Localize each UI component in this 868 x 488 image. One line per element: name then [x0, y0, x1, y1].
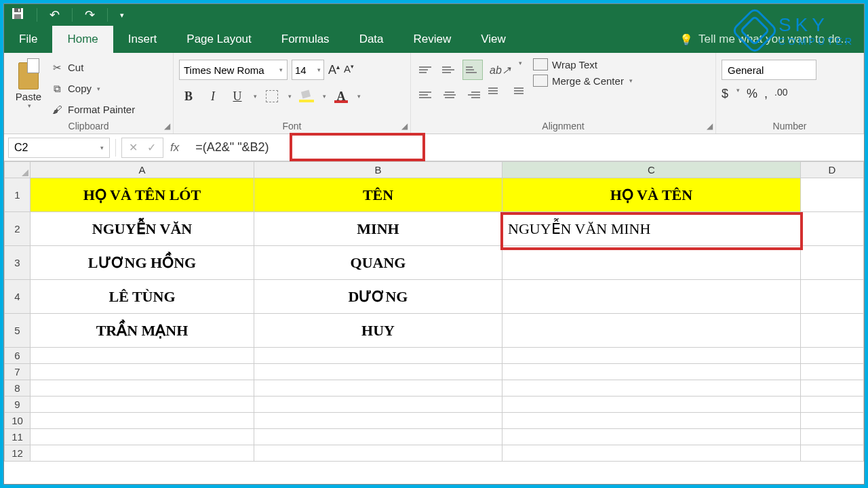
- cell[interactable]: [502, 429, 801, 445]
- tab-data[interactable]: Data: [344, 26, 399, 53]
- cell[interactable]: [502, 348, 801, 364]
- cell[interactable]: HỌ VÀ TÊN LÓT: [31, 178, 254, 212]
- decrease-indent-icon[interactable]: [486, 85, 505, 104]
- tab-home[interactable]: Home: [52, 26, 113, 53]
- select-all-corner[interactable]: [5, 162, 31, 178]
- row-header[interactable]: 9: [5, 396, 31, 413]
- dialog-launcher-icon[interactable]: ◢: [164, 121, 170, 131]
- grow-font-icon[interactable]: A▴: [328, 63, 340, 77]
- cell[interactable]: [254, 348, 502, 364]
- cell[interactable]: [502, 246, 801, 280]
- percent-button[interactable]: %: [747, 87, 757, 101]
- col-header-b[interactable]: B: [254, 162, 502, 178]
- align-right-icon[interactable]: [462, 85, 483, 105]
- font-size-select[interactable]: 14▾: [292, 60, 324, 80]
- cell[interactable]: [801, 413, 864, 429]
- comma-button[interactable]: ,: [764, 87, 768, 101]
- bold-button[interactable]: B: [179, 87, 198, 106]
- cell[interactable]: [31, 413, 254, 429]
- cell[interactable]: HỌ VÀ TÊN: [502, 178, 801, 212]
- cell[interactable]: [502, 396, 801, 413]
- cell[interactable]: DƯƠNG: [254, 280, 502, 314]
- cell[interactable]: [254, 380, 502, 396]
- cell[interactable]: QUANG: [254, 246, 502, 280]
- enter-icon[interactable]: ✓: [147, 141, 156, 154]
- cell[interactable]: HUY: [254, 314, 502, 348]
- row-header[interactable]: 2: [5, 212, 31, 246]
- increase-indent-icon[interactable]: [507, 85, 526, 104]
- cell[interactable]: [801, 396, 864, 413]
- cell[interactable]: [801, 429, 864, 445]
- align-center-icon[interactable]: [439, 85, 460, 105]
- row-header[interactable]: 5: [5, 314, 31, 348]
- cell[interactable]: TRẦN MẠNH: [31, 314, 254, 348]
- row-header[interactable]: 10: [5, 413, 31, 429]
- cell[interactable]: [502, 314, 801, 348]
- border-button[interactable]: [262, 87, 281, 106]
- name-box[interactable]: C2▾: [8, 138, 110, 158]
- cell[interactable]: [31, 429, 254, 445]
- cell[interactable]: [502, 445, 801, 462]
- wrap-text-button[interactable]: Wrap Text: [533, 58, 633, 70]
- cell[interactable]: [801, 212, 864, 246]
- chevron-down-icon[interactable]: ▾: [323, 93, 326, 100]
- cell[interactable]: [502, 280, 801, 314]
- cell[interactable]: [31, 445, 254, 462]
- dialog-launcher-icon[interactable]: ◢: [401, 121, 408, 131]
- row-header[interactable]: 8: [5, 380, 31, 396]
- cell[interactable]: [801, 364, 864, 380]
- cell[interactable]: LÊ TÙNG: [31, 280, 254, 314]
- cell[interactable]: [31, 396, 254, 413]
- underline-button[interactable]: U: [228, 87, 247, 106]
- row-header[interactable]: 7: [5, 364, 31, 380]
- cell[interactable]: [254, 429, 502, 445]
- copy-button[interactable]: ⧉Copy▾: [50, 79, 135, 98]
- cell[interactable]: [801, 445, 864, 462]
- fx-icon[interactable]: fx: [170, 141, 179, 155]
- increase-decimal-button[interactable]: .00: [774, 87, 787, 101]
- cell[interactable]: MINH: [254, 212, 502, 246]
- chevron-down-icon[interactable]: ▾: [357, 93, 361, 100]
- chevron-down-icon[interactable]: ▾: [736, 87, 740, 101]
- merge-center-button[interactable]: Merge & Center▾: [533, 75, 633, 87]
- tab-review[interactable]: Review: [399, 26, 467, 53]
- align-left-icon[interactable]: [416, 85, 437, 105]
- cell[interactable]: [254, 396, 502, 413]
- customize-qat-icon[interactable]: ▾: [120, 11, 124, 20]
- cell[interactable]: [801, 314, 864, 348]
- cell[interactable]: NGUYỄN VĂN: [31, 212, 254, 246]
- row-header[interactable]: 11: [5, 429, 31, 445]
- cell[interactable]: TÊN: [254, 178, 502, 212]
- font-name-select[interactable]: Times New Roma▾: [179, 60, 288, 80]
- col-header-c[interactable]: C: [502, 162, 801, 178]
- col-header-d[interactable]: D: [801, 162, 864, 178]
- shrink-font-icon[interactable]: A▾: [344, 63, 354, 77]
- cell[interactable]: [801, 348, 864, 364]
- cell[interactable]: [801, 178, 864, 212]
- cell[interactable]: [254, 413, 502, 429]
- tab-page-layout[interactable]: Page Layout: [172, 26, 266, 53]
- cell[interactable]: [31, 380, 254, 396]
- save-icon[interactable]: [11, 7, 24, 24]
- formula-input[interactable]: =(A2&" "&B2): [186, 138, 860, 158]
- chevron-down-icon[interactable]: ▾: [28, 102, 31, 109]
- cancel-icon[interactable]: ✕: [129, 141, 138, 154]
- format-painter-button[interactable]: 🖌Format Painter: [50, 100, 135, 119]
- cell[interactable]: [502, 413, 801, 429]
- cell[interactable]: [31, 348, 254, 364]
- italic-button[interactable]: I: [203, 87, 222, 106]
- chevron-down-icon[interactable]: ▾: [97, 85, 100, 92]
- cell[interactable]: [31, 364, 254, 380]
- chevron-down-icon[interactable]: ▾: [519, 60, 522, 81]
- currency-button[interactable]: $: [722, 87, 728, 101]
- undo-icon[interactable]: ↶: [50, 7, 60, 22]
- cell-selected[interactable]: NGUYỄN VĂN MINH: [502, 212, 801, 246]
- chevron-down-icon[interactable]: ▾: [254, 93, 257, 100]
- row-header[interactable]: 4: [5, 280, 31, 314]
- row-header[interactable]: 12: [5, 445, 31, 462]
- row-header[interactable]: 3: [5, 246, 31, 280]
- cell[interactable]: [801, 246, 864, 280]
- orientation-icon[interactable]: ab↗: [486, 60, 515, 81]
- chevron-down-icon[interactable]: ▾: [288, 93, 292, 100]
- cell[interactable]: [502, 364, 801, 380]
